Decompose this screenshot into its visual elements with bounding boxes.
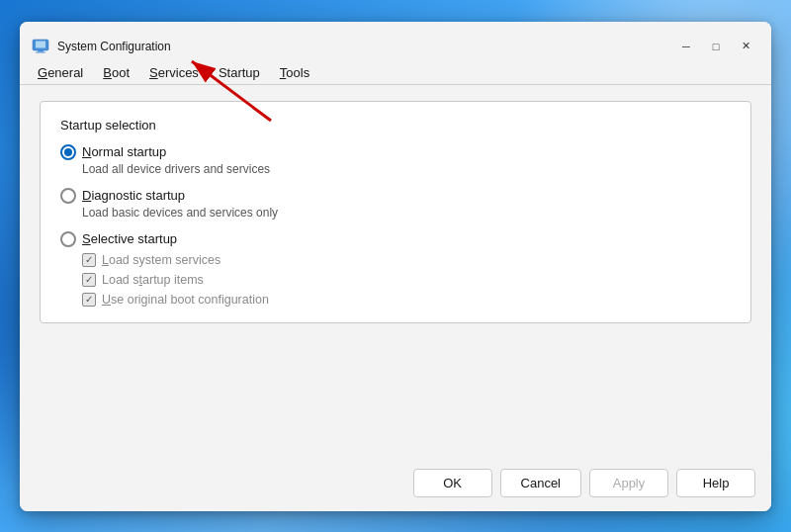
load-system-services-row[interactable]: Load system services	[82, 253, 731, 267]
selective-startup-label: Selective startup	[82, 231, 177, 246]
selective-startup-option: Selective startup Load system services L…	[60, 231, 731, 307]
selective-startup-radio[interactable]	[60, 231, 76, 247]
menu-label-services: Services	[149, 65, 199, 80]
use-original-boot-row[interactable]: Use original boot configuration	[82, 293, 731, 307]
system-config-dialog: System Configuration ─ □ ✕ General Boot …	[20, 22, 771, 511]
svg-rect-3	[36, 51, 45, 52]
diagnostic-startup-label: Diagnostic startup	[82, 188, 185, 203]
diagnostic-startup-row[interactable]: Diagnostic startup	[60, 188, 731, 204]
normal-startup-radio[interactable]	[60, 144, 76, 160]
diagnostic-startup-option: Diagnostic startup Load basic devices an…	[60, 188, 731, 220]
title-bar: System Configuration ─ □ ✕	[20, 22, 771, 61]
load-system-services-label: Load system services	[102, 253, 220, 267]
help-button[interactable]: Help	[676, 469, 755, 497]
diagnostic-startup-radio[interactable]	[60, 188, 76, 204]
load-startup-items-checkbox[interactable]	[82, 273, 96, 287]
window-icon	[32, 38, 49, 55]
load-startup-items-row[interactable]: Load startup items	[82, 273, 731, 287]
cancel-button[interactable]: Cancel	[500, 469, 581, 497]
menu-item-boot[interactable]: Boot	[93, 61, 139, 84]
window-title: System Configuration	[57, 40, 672, 53]
use-original-boot-label: Use original boot configuration	[102, 293, 269, 307]
menu-item-startup[interactable]: Startup	[209, 61, 270, 84]
ok-button[interactable]: OK	[413, 469, 492, 497]
minimize-button[interactable]: ─	[672, 36, 700, 57]
use-original-boot-checkbox[interactable]	[82, 293, 96, 307]
menu-item-tools[interactable]: Tools	[270, 61, 319, 84]
load-startup-items-label: Load startup items	[102, 273, 204, 287]
selective-startup-row[interactable]: Selective startup	[60, 231, 731, 247]
menu-item-general[interactable]: General	[28, 61, 93, 84]
menu-label-tools: Tools	[280, 65, 309, 80]
button-bar: OK Cancel Apply Help	[20, 461, 771, 511]
menu-bar: General Boot Services Startup Tools	[20, 61, 771, 85]
radio-group: Normal startup Load all device drivers a…	[60, 144, 731, 307]
menu-item-services[interactable]: Services	[139, 61, 209, 84]
content-area: Startup selection Normal startup Load al…	[20, 85, 771, 461]
menu-label-startup: Startup	[219, 65, 260, 80]
normal-startup-row[interactable]: Normal startup	[60, 144, 731, 160]
diagnostic-startup-desc: Load basic devices and services only	[82, 206, 731, 220]
selective-checkboxes: Load system services Load startup items …	[82, 253, 731, 307]
normal-startup-label: Normal startup	[82, 144, 166, 159]
startup-panel: Startup selection Normal startup Load al…	[40, 101, 751, 323]
normal-startup-option: Normal startup Load all device drivers a…	[60, 144, 731, 176]
menu-label-general: General	[38, 65, 83, 80]
maximize-button[interactable]: □	[702, 36, 730, 57]
svg-rect-1	[36, 41, 45, 47]
svg-rect-2	[38, 50, 44, 52]
close-button[interactable]: ✕	[732, 36, 759, 57]
menu-label-boot: Boot	[103, 65, 130, 80]
normal-startup-desc: Load all device drivers and services	[82, 162, 731, 176]
load-system-services-checkbox[interactable]	[82, 253, 96, 267]
title-controls: ─ □ ✕	[672, 36, 759, 57]
section-label: Startup selection	[60, 118, 731, 133]
apply-button[interactable]: Apply	[589, 469, 668, 497]
